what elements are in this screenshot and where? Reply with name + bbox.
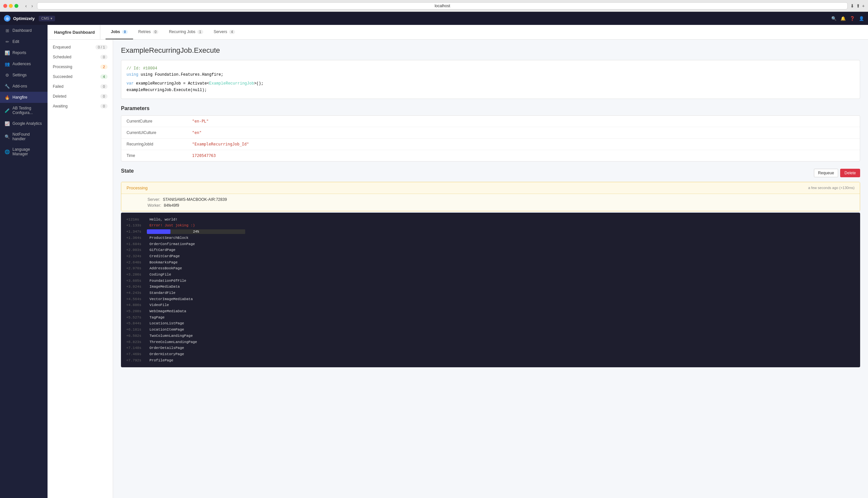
- log-row: +1.364sProductSearchBlock: [126, 235, 855, 241]
- download-icon[interactable]: ⬇: [850, 3, 854, 9]
- hangfire-tab-servers[interactable]: Servers4: [208, 25, 240, 39]
- sidebar-item-add-ons[interactable]: 🔧Add-ons: [0, 81, 48, 92]
- log-time: +2.970s: [126, 265, 144, 272]
- log-row: +2.970sAddressBookPage: [126, 265, 855, 272]
- sidebar-item-audiences[interactable]: 👥Audiences: [0, 58, 48, 69]
- log-text: Hello, world!: [150, 217, 178, 223]
- sidebar-item-settings[interactable]: ⚙Settings: [0, 69, 48, 81]
- delete-button[interactable]: Delete: [840, 169, 860, 177]
- jobs-item-scheduled[interactable]: Scheduled0: [48, 52, 113, 62]
- app-logo: ◎ Optimizely: [4, 15, 35, 22]
- new-tab-icon[interactable]: +: [862, 3, 865, 9]
- log-row: +4.886sVideoFile: [126, 302, 855, 308]
- params-row: CurrentUICulture"en": [121, 127, 860, 139]
- notification-icon[interactable]: 🔔: [841, 16, 846, 21]
- log-row: +5.208sWebImageMediaData: [126, 308, 855, 315]
- log-text: WebImageMediaData: [150, 308, 186, 315]
- log-row: +6.181sLocationItemPage: [126, 327, 855, 333]
- user-icon[interactable]: 👤: [859, 16, 864, 21]
- log-row: +121msHello, world!: [126, 217, 855, 223]
- server-row: Server: STANISAWS-MACBOOK-AIR:72839: [147, 197, 833, 202]
- log-row: +7.469sOrderHistoryPage: [126, 351, 855, 357]
- jobs-item-enqueued[interactable]: Enqueued0 / 1: [48, 42, 113, 52]
- hangfire-tab-jobs[interactable]: Jobs0: [106, 25, 133, 39]
- log-row: +5.527sTagPage: [126, 315, 855, 321]
- sidebar-item-ab-testing[interactable]: 🧪AB Testing Configura...: [0, 103, 48, 118]
- traffic-lights: [3, 4, 18, 8]
- log-output: +121msHello, world!+1.133sError! Just jo…: [121, 213, 860, 368]
- minimize-button[interactable]: [9, 4, 13, 8]
- sidebar-item-google-analytics[interactable]: 📈Google Analytics: [0, 118, 48, 129]
- worker-label: Worker:: [147, 203, 161, 208]
- jobs-item-label: Enqueued: [53, 45, 71, 50]
- hangfire-tab-recurring[interactable]: Recurring Jobs1: [164, 25, 208, 39]
- sidebar-label: Reports: [12, 51, 26, 55]
- tab-badge: 0: [122, 30, 128, 34]
- worker-value: 84fe49f9: [164, 203, 179, 208]
- log-time: +1.684s: [126, 241, 144, 247]
- hangfire-header: Hangfire Dashboard Jobs0Retries0Recurrin…: [48, 25, 868, 40]
- hangfire-tab-retries[interactable]: Retries0: [133, 25, 164, 39]
- app-bar: ◎ Optimizely CMS ▾ 🔍 🔔 ❓ 👤: [0, 12, 868, 25]
- close-button[interactable]: [3, 4, 7, 8]
- sidebar-item-reports[interactable]: 📊Reports: [0, 47, 48, 58]
- maximize-button[interactable]: [14, 4, 18, 8]
- edit-icon: ✏: [4, 39, 10, 44]
- log-time: +2.640s: [126, 260, 144, 266]
- requeue-button[interactable]: Requeue: [814, 169, 839, 177]
- search-icon[interactable]: 🔍: [831, 16, 837, 21]
- jobs-item-deleted[interactable]: Deleted0: [48, 91, 113, 101]
- browser-actions: ⬇ ⬆ +: [850, 3, 865, 9]
- main-layout: ⊞Dashboard✏Edit📊Reports👥Audiences⚙Settin…: [0, 25, 868, 498]
- sidebar-item-edit[interactable]: ✏Edit: [0, 36, 48, 47]
- address-bar[interactable]: localhost: [37, 2, 847, 10]
- log-row: +2.640sBookmarksPage: [126, 260, 855, 266]
- log-text: AddressBookPage: [150, 265, 182, 272]
- log-text: StandardFile: [150, 290, 176, 296]
- language-icon: 🌐: [4, 149, 10, 154]
- log-row: +3.605sFoundationPdfFile: [126, 278, 855, 284]
- log-row: +3.286sCodingFile: [126, 272, 855, 278]
- params-row: Time1720547763: [121, 150, 860, 161]
- log-time: +7.148s: [126, 345, 144, 351]
- jobs-item-succeeded[interactable]: Succeeded4: [48, 72, 113, 82]
- forward-button[interactable]: ›: [30, 3, 35, 9]
- log-text: TagPage: [150, 315, 165, 321]
- param-value: 1720547763: [187, 150, 221, 161]
- log-text: OrderDetailsPage: [150, 345, 184, 351]
- log-row: +7.792sProfilePage: [126, 357, 855, 364]
- log-time: +121ms: [126, 217, 144, 223]
- log-time: +6.502s: [126, 333, 144, 339]
- log-row: +6.502sTwoColumnLandingPage: [126, 333, 855, 339]
- jobs-item-failed[interactable]: Failed0: [48, 82, 113, 91]
- log-time: +6.823s: [126, 339, 144, 345]
- log-text: Error! Just joking :): [150, 222, 195, 229]
- processing-details: Server: STANISAWS-MACBOOK-AIR:72839 Work…: [121, 194, 860, 211]
- log-text: LocationListPage: [150, 320, 184, 327]
- jobs-sidebar: Enqueued0 / 1Scheduled0Processing2Succee…: [48, 40, 113, 498]
- help-icon[interactable]: ❓: [850, 16, 855, 21]
- jobs-item-label: Failed: [53, 84, 64, 89]
- log-text: ProfilePage: [150, 357, 173, 364]
- code-line3: exampleRecurringJob.Execute(null);: [127, 87, 855, 93]
- sidebar-item-hangfire[interactable]: 🔥Hangfire: [0, 92, 48, 103]
- worker-row: Worker: 84fe49f9: [147, 203, 833, 208]
- sidebar-item-language[interactable]: 🌐Language Manager: [0, 144, 48, 159]
- jobs-item-label: Succeeded: [53, 74, 73, 79]
- cms-selector[interactable]: CMS ▾: [39, 16, 55, 21]
- back-button[interactable]: ‹: [24, 3, 28, 9]
- param-key: RecurringJobId: [121, 139, 187, 150]
- jobs-item-processing[interactable]: Processing2: [48, 62, 113, 72]
- share-icon[interactable]: ⬆: [856, 3, 860, 9]
- log-row: +7.148sOrderDetailsPage: [126, 345, 855, 351]
- audiences-icon: 👥: [4, 61, 10, 66]
- sidebar-label: Dashboard: [12, 28, 32, 33]
- param-key: Time: [121, 150, 187, 161]
- sidebar-item-notfound[interactable]: 🔍NotFound handler: [0, 129, 48, 144]
- jobs-item-count: 0: [100, 55, 107, 59]
- jobs-item-awaiting[interactable]: Awaiting0: [48, 101, 113, 111]
- sidebar-item-dashboard[interactable]: ⊞Dashboard: [0, 25, 48, 36]
- log-time: +3.924s: [126, 284, 144, 290]
- sidebar-label: Edit: [12, 39, 20, 44]
- jobs-item-count: 2: [100, 65, 107, 69]
